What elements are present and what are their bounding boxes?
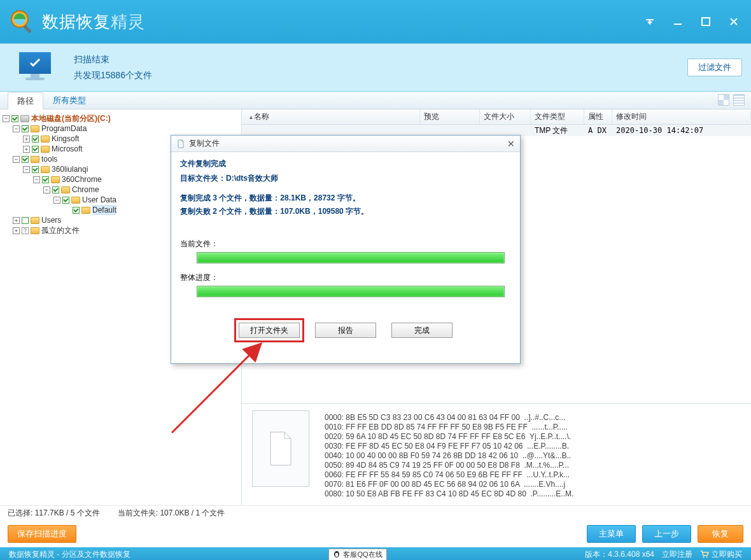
tree-item[interactable]: 360Chrome: [62, 174, 102, 185]
main-menu-button[interactable]: 主菜单: [587, 525, 636, 543]
copy-done-label: 文件复制完成: [180, 158, 511, 169]
collapse-icon[interactable]: −: [33, 176, 40, 183]
view-list-icon[interactable]: [733, 94, 745, 106]
title-bar: 数据恢复精灵: [0, 0, 751, 43]
folder-icon: [71, 197, 80, 204]
tree-item[interactable]: Microsoft: [52, 144, 83, 154]
overall-progress: [197, 286, 505, 297]
maximize-icon[interactable]: [699, 15, 713, 29]
current-file-progress: [197, 252, 505, 263]
view-grid-icon[interactable]: [718, 94, 729, 106]
app-title: 数据恢复精灵: [42, 11, 145, 33]
col-type[interactable]: 文件类型: [531, 109, 584, 124]
current-file-label: 当前文件：: [180, 239, 511, 249]
expand-icon[interactable]: +: [23, 146, 30, 153]
tree-root[interactable]: 本地磁盘(当前分区)(C:): [31, 113, 111, 123]
footer-bar: 数据恢复精灵 - 分区及文件数据恢复 客服QQ在线 版本：4.3.6.408 x…: [0, 547, 751, 560]
collapse-icon[interactable]: −: [13, 125, 20, 132]
prev-step-button[interactable]: 上一步: [642, 525, 691, 543]
expand-icon[interactable]: +: [23, 136, 30, 143]
copy-file-dialog: 复制文件 ✕ 文件复制完成 目标文件夹：D:\dts音效大师 复制完成 3 个文…: [171, 135, 521, 364]
cart-icon: [700, 550, 709, 558]
disk-icon: [20, 115, 29, 122]
tabs-row: 路径 所有类型: [0, 92, 751, 109]
tree-item[interactable]: ProgramData: [41, 123, 87, 134]
col-mtime[interactable]: 修改时间: [612, 109, 751, 124]
recover-button[interactable]: 恢复: [698, 525, 743, 543]
finish-button[interactable]: 完成: [391, 323, 453, 338]
hex-dump: 0000: 8B E5 5D C3 83 23 00 C6 43 04 00 8…: [325, 410, 573, 499]
checkbox[interactable]: [62, 197, 69, 204]
folder-icon: [51, 176, 60, 183]
version-label: 版本：4.3.6.408 x64: [585, 549, 654, 560]
tree-item[interactable]: 孤立的文件: [41, 225, 80, 235]
dialog-title: 复制文件: [189, 138, 220, 149]
checkbox[interactable]: [22, 125, 29, 132]
folder-icon: [81, 207, 90, 214]
checkbox[interactable]: [32, 146, 39, 153]
file-list-header: ▲名称 预览 文件大小 文件类型 属性 修改时间: [242, 109, 751, 125]
tab-path[interactable]: 路径: [8, 92, 43, 109]
filter-files-button[interactable]: 过滤文件: [687, 59, 742, 76]
dialog-titlebar[interactable]: 复制文件 ✕: [171, 136, 520, 152]
col-attr[interactable]: 属性: [584, 109, 612, 124]
register-link[interactable]: 立即注册: [662, 549, 692, 560]
tab-all-types[interactable]: 所有类型: [43, 92, 95, 109]
checkbox[interactable]: [22, 217, 29, 224]
tree-item[interactable]: Chrome: [72, 185, 99, 195]
collapse-icon[interactable]: −: [43, 186, 50, 193]
expand-icon[interactable]: +: [13, 217, 20, 224]
tree-item[interactable]: Users: [41, 215, 61, 225]
penguin-icon: [333, 550, 340, 558]
collapse-icon[interactable]: −: [3, 115, 10, 122]
open-folder-button[interactable]: 打开文件夹: [239, 323, 300, 338]
svg-rect-2: [23, 25, 31, 33]
magnifier-icon: [9, 8, 36, 35]
cell-mtime: 2020-10-30 14:42:07: [612, 126, 751, 135]
col-preview[interactable]: 预览: [420, 109, 480, 124]
overall-progress-label: 整体进度：: [180, 272, 511, 283]
collapse-icon[interactable]: −: [13, 156, 20, 163]
monitor-icon: [19, 52, 57, 83]
svg-point-8: [703, 556, 705, 557]
checkbox[interactable]: [32, 136, 39, 143]
dropdown-icon[interactable]: [643, 15, 657, 29]
qq-support-button[interactable]: 客服QQ在线: [328, 549, 386, 561]
copy-fail-label: 复制失败 2 个文件，数据量：107.0KB，109580 字节。: [180, 206, 511, 217]
scan-summary: 扫描结束 共发现15886个文件 过滤文件: [0, 43, 751, 92]
footer-title: 数据恢复精灵 - 分区及文件数据恢复: [9, 549, 130, 560]
folder-icon: [31, 156, 39, 163]
tree-item[interactable]: tools: [41, 154, 57, 164]
checkbox[interactable]: [42, 176, 49, 183]
checkbox[interactable]: [22, 156, 29, 163]
checkbox[interactable]: [52, 186, 59, 193]
buy-link[interactable]: 立即购买: [700, 549, 742, 560]
checkbox[interactable]: [11, 115, 18, 122]
document-icon: [176, 139, 185, 148]
svg-point-9: [706, 556, 708, 557]
checkbox-unknown[interactable]: [22, 227, 29, 234]
collapse-icon[interactable]: −: [23, 166, 30, 173]
cell-type: TMP 文件: [531, 125, 584, 136]
save-progress-button[interactable]: 保存扫描进度: [8, 525, 76, 543]
col-name[interactable]: ▲名称: [242, 109, 420, 124]
folder-icon: [31, 227, 39, 234]
tree-item-selected[interactable]: Default: [92, 205, 116, 215]
tree-item[interactable]: User Data: [82, 195, 116, 205]
close-icon[interactable]: [727, 15, 741, 29]
col-size[interactable]: 文件大小: [480, 109, 531, 124]
folder-icon: [41, 166, 50, 173]
expand-icon[interactable]: +: [13, 227, 20, 234]
checkbox[interactable]: [73, 207, 80, 214]
report-button[interactable]: 报告: [315, 323, 376, 338]
checkbox[interactable]: [32, 166, 39, 173]
dialog-close-icon[interactable]: ✕: [507, 139, 515, 149]
folder-icon: [41, 146, 50, 153]
svg-point-7: [337, 553, 338, 554]
minimize-icon[interactable]: [671, 15, 685, 29]
collapse-icon[interactable]: −: [53, 197, 60, 204]
tree-item[interactable]: 360liulanqi: [52, 164, 88, 174]
svg-point-6: [335, 553, 336, 554]
svg-point-5: [335, 553, 339, 557]
tree-item[interactable]: Kingsoft: [52, 134, 79, 144]
